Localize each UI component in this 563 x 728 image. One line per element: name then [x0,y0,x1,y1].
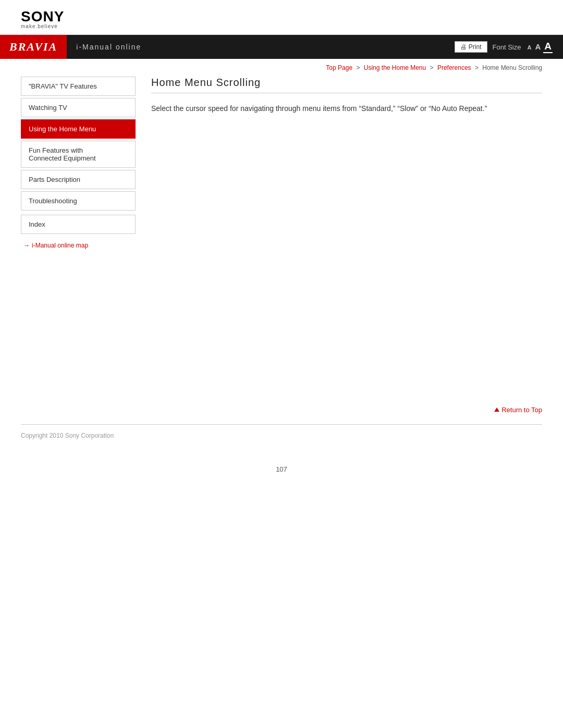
sidebar-item-parts-description[interactable]: Parts Description [21,170,136,189]
sidebar: "BRAVIA" TV Features Watching TV Using t… [21,77,136,389]
copyright-text: Copyright 2010 Sony Corporation [21,432,114,439]
bravia-logo-box: BRAVIA [0,35,67,59]
sidebar-label-troubleshooting: Troubleshooting [29,197,77,205]
print-button[interactable]: 🖨 Print [455,41,487,53]
sidebar-item-watching-tv[interactable]: Watching TV [21,98,136,117]
sidebar-item-using-home-menu[interactable]: Using the Home Menu [21,119,136,139]
sidebar-label-parts: Parts Description [29,176,80,183]
footer-divider [21,424,542,425]
print-label: Print [469,43,482,51]
sony-text: SONY [21,9,542,24]
sony-logo: SONY make.believe [21,9,542,29]
content-body: Select the cursor speed for navigating t… [151,103,542,115]
sidebar-item-fun-features[interactable]: Fun Features withConnected Equipment [21,141,136,168]
breadcrumb-sep-3: > [475,64,479,71]
top-nav-bar: BRAVIA i-Manual online 🖨 Print Font Size… [0,35,563,59]
main-layout: "BRAVIA" TV Features Watching TV Using t… [0,77,563,389]
imanual-map-link[interactable]: → i-Manual online map [21,241,136,249]
nav-right: 🖨 Print Font Size A A A [455,41,553,53]
sidebar-label-watching: Watching TV [29,104,67,112]
font-size-small-button[interactable]: A [526,44,532,51]
sony-tagline: make.believe [21,24,542,29]
arrow-icon: → [23,241,30,249]
breadcrumb: Top Page > Using the Home Menu > Prefere… [0,59,563,77]
sidebar-label-fun-features: Fun Features withConnected Equipment [29,146,96,162]
sidebar-item-troubleshooting[interactable]: Troubleshooting [21,191,136,211]
footer-copyright: Copyright 2010 Sony Corporation [0,432,563,450]
page-title: Home Menu Scrolling [151,77,542,93]
imanual-label: i-Manual online [76,43,141,51]
sidebar-label-using-home-menu: Using the Home Menu [29,125,96,133]
return-to-top-link[interactable]: Return to Top [494,406,542,414]
font-size-medium-button[interactable]: A [534,42,542,51]
sidebar-label-bravia: "BRAVIA" TV Features [29,82,97,90]
page-number: 107 [0,450,563,478]
imanual-map-label: i-Manual online map [32,242,88,249]
triangle-up-icon [494,408,499,412]
bravia-logo-text: BRAVIA [9,40,57,54]
sidebar-item-index[interactable]: Index [21,215,136,234]
return-top-area: Return to Top [0,400,563,419]
breadcrumb-top-page[interactable]: Top Page [326,64,352,71]
font-size-label: Font Size [493,43,521,51]
sidebar-label-index: Index [29,220,45,228]
font-size-large-button[interactable]: A [543,41,553,53]
breadcrumb-preferences[interactable]: Preferences [437,64,471,71]
breadcrumb-using-home-menu[interactable]: Using the Home Menu [364,64,426,71]
logo-area: SONY make.believe [0,0,563,35]
breadcrumb-sep-1: > [356,64,360,71]
sidebar-item-bravia-tv-features[interactable]: "BRAVIA" TV Features [21,77,136,96]
breadcrumb-current: Home Menu Scrolling [482,64,542,71]
return-to-top-label: Return to Top [501,406,542,414]
bravia-brand: BRAVIA i-Manual online [0,35,141,59]
content-area: Home Menu Scrolling Select the cursor sp… [151,77,542,389]
print-icon: 🖨 [460,43,467,51]
font-size-buttons: A A A [526,41,553,53]
breadcrumb-sep-2: > [430,64,434,71]
